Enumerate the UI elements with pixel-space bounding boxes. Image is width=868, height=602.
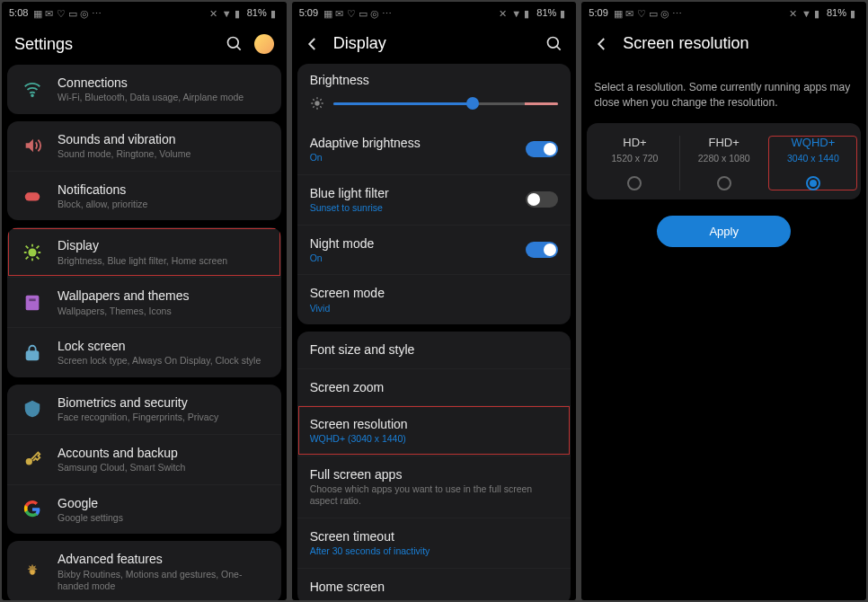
instagram-icon: ◎ (660, 8, 669, 17)
status-bar: 5:09 ▦ ✉ ♡ ▭ ◎ ⋯ ✕ ▼ ▮ 81% ▮ (581, 2, 866, 23)
row-title: Display (58, 237, 269, 253)
svg-line-19 (557, 46, 561, 49)
sun-icon (310, 96, 324, 111)
phone-screen-display: 5:09 ▦ ✉ ♡ ▭ ◎ ⋯ ✕ ▼ ▮ 81% ▮ Display Br (292, 2, 577, 600)
svg-rect-14 (29, 298, 35, 301)
header: Settings (2, 23, 287, 65)
row-title: Blue light filter (310, 185, 527, 201)
settings-row-accounts-and-backup[interactable]: Accounts and backup Samsung Cloud, Smart… (7, 434, 281, 484)
heart-icon: ♡ (347, 8, 356, 17)
settings-row-biometrics-and-security[interactable]: Biometrics and security Face recognition… (7, 385, 281, 434)
res-dim: 2280 x 1080 (680, 153, 768, 164)
row-title: Google (58, 495, 269, 511)
display-row-screen-zoom[interactable]: Screen zoom (297, 368, 571, 405)
resolution-option-wqhd[interactable]: WQHD+ 3040 x 1440 (768, 136, 857, 190)
calendar-icon: ▦ (614, 8, 623, 17)
row-sub: Choose which apps you want to use in the… (310, 483, 559, 508)
display-list[interactable]: Brightness Adaptive brightnessOn Blue li… (292, 64, 577, 600)
sound-icon (20, 133, 45, 158)
brightness-slider[interactable] (333, 102, 559, 105)
settings-row-advanced-features[interactable]: Advanced features Bixby Routines, Motion… (7, 541, 281, 600)
brightness-row: Brightness (297, 64, 571, 125)
heart-icon: ♡ (57, 8, 66, 17)
row-title: Lock screen (58, 338, 269, 354)
avatar[interactable] (254, 34, 274, 54)
res-name: HD+ (590, 136, 678, 149)
phone-screen-settings: 5:08 ▦ ✉ ♡ ▭ ◎ ⋯ ✕ ▼ ▮ 81% ▮ Settings Co… (2, 2, 287, 600)
resolution-content: Select a resolution. Some currently runn… (581, 64, 866, 247)
chat-icon: ▭ (649, 8, 658, 17)
bio-icon (20, 396, 45, 421)
svg-point-4 (28, 248, 36, 256)
row-title: Biometrics and security (58, 394, 269, 411)
res-dim: 3040 x 1440 (769, 153, 857, 164)
brightness-label: Brightness (310, 73, 559, 87)
settings-row-lock-screen[interactable]: Lock screen Screen lock type, Always On … (7, 327, 281, 377)
svg-point-18 (548, 37, 559, 48)
row-sub: Sunset to sunrise (310, 202, 527, 215)
battery-icon: ▮ (560, 8, 569, 17)
display-row-full-screen-apps[interactable]: Full screen appsChoose which apps you wa… (297, 456, 571, 518)
row-title: Screen zoom (310, 379, 559, 395)
settings-row-sounds-and-vibration[interactable]: Sounds and vibration Sound mode, Rington… (7, 121, 281, 171)
status-time: 5:09 (589, 7, 607, 18)
settings-row-connections[interactable]: Connections Wi-Fi, Bluetooth, Data usage… (7, 65, 281, 114)
wifi-icon: ▼ (222, 8, 231, 17)
status-time: 5:09 (299, 7, 318, 18)
row-sub: Face recognition, Fingerprints, Privacy (58, 412, 269, 424)
resolution-option-hd[interactable]: HD+ 1520 x 720 (590, 136, 678, 190)
row-sub: Wallpapers, Themes, Icons (58, 305, 269, 318)
settings-list[interactable]: Connections Wi-Fi, Bluetooth, Data usage… (2, 65, 287, 600)
display-row-night-mode[interactable]: Night modeOn (297, 225, 571, 275)
chat-icon: ▭ (68, 8, 77, 17)
row-title: Screen mode (310, 285, 559, 301)
settings-row-wallpapers-and-themes[interactable]: Wallpapers and themes Wallpapers, Themes… (7, 277, 281, 327)
radio[interactable] (627, 176, 642, 190)
back-button[interactable] (305, 36, 321, 52)
settings-row-google[interactable]: Google Google settings (7, 484, 281, 535)
display-row-screen-resolution[interactable]: Screen resolutionWQHD+ (3040 x 1440) (297, 405, 571, 456)
header: Display (292, 23, 577, 64)
row-title: Home screen (310, 579, 559, 595)
header: Screen resolution (581, 23, 866, 64)
svg-point-20 (314, 101, 319, 105)
page-title: Display (333, 34, 386, 53)
row-sub: Samsung Cloud, Smart Switch (58, 462, 269, 474)
toggle[interactable] (526, 191, 558, 208)
settings-row-display[interactable]: Display Brightness, Blue light filter, H… (7, 227, 281, 277)
calendar-icon: ▦ (33, 8, 42, 17)
heart-icon: ♡ (637, 8, 646, 17)
search-button[interactable] (545, 35, 563, 53)
svg-line-1 (236, 47, 240, 50)
calendar-icon: ▦ (323, 8, 332, 17)
display-row-screen-mode[interactable]: Screen modeVivid (297, 274, 571, 324)
settings-row-notifications[interactable]: Notifications Block, allow, prioritize (7, 171, 281, 221)
display-row-home-screen[interactable]: Home screen (297, 568, 571, 600)
display-row-adaptive-brightness[interactable]: Adaptive brightnessOn (297, 125, 571, 174)
resolution-option-fhd[interactable]: FHD+ 2280 x 1080 (679, 136, 768, 190)
mute-icon: ✕ (499, 8, 508, 17)
row-sub: Wi-Fi, Bluetooth, Data usage, Airplane m… (58, 92, 269, 104)
key-icon (20, 447, 45, 472)
svg-line-9 (26, 246, 29, 249)
instruction-text: Select a resolution. Some currently runn… (581, 64, 866, 123)
radio[interactable] (806, 176, 820, 190)
toggle[interactable] (526, 141, 558, 157)
notif-icon (20, 183, 45, 208)
back-button[interactable] (594, 36, 610, 52)
svg-line-10 (37, 256, 40, 259)
apply-button[interactable]: Apply (657, 216, 791, 247)
display-row-font-size-and-style[interactable]: Font size and style (297, 332, 571, 367)
mail-icon: ✉ (625, 8, 634, 17)
toggle[interactable] (526, 242, 558, 258)
res-name: WQHD+ (769, 136, 857, 149)
more-icon: ⋯ (672, 8, 681, 17)
page-title: Settings (14, 35, 73, 54)
svg-line-11 (26, 256, 29, 259)
mute-icon: ✕ (789, 8, 798, 17)
display-row-screen-timeout[interactable]: Screen timeoutAfter 30 seconds of inacti… (297, 518, 571, 568)
display-row-blue-light-filter[interactable]: Blue light filterSunset to sunrise (297, 174, 571, 225)
signal-icon: ▮ (235, 8, 244, 17)
search-button[interactable] (226, 35, 244, 53)
radio[interactable] (717, 176, 731, 190)
